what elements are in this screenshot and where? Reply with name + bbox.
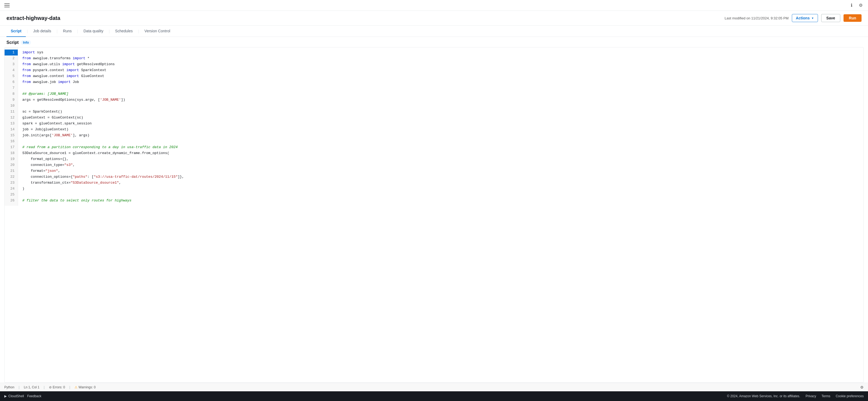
error-icon: ⊘: [49, 385, 52, 389]
code-line: import sys: [22, 50, 859, 55]
header-actions: Last modified on 11/21/2024, 9:32:05 PM …: [724, 14, 862, 22]
tab-divider-5: |: [138, 29, 139, 33]
settings-gear-icon[interactable]: ⚙: [860, 385, 864, 390]
code-area: 1234567891011121314151617181920212223242…: [5, 48, 863, 206]
script-section-header: Script Info: [0, 37, 868, 47]
line-number: 21: [5, 168, 18, 174]
line-number: 5: [5, 73, 18, 79]
cloudshell-button[interactable]: ▶ CloudShell: [4, 394, 24, 398]
privacy-link[interactable]: Privacy: [806, 394, 816, 398]
code-line: from awsglue.context import GlueContext: [22, 73, 859, 79]
page-title: extract-highway-data: [6, 15, 60, 21]
line-number: 17: [5, 144, 18, 150]
code-content[interactable]: import sysfrom awsglue.transforms import…: [18, 48, 863, 206]
footer: ▶ CloudShell Feedback © 2024, Amazon Web…: [0, 391, 868, 401]
chevron-down-icon: ▼: [811, 17, 814, 20]
footer-right: © 2024, Amazon Web Services, Inc. or its…: [727, 394, 864, 398]
tab-job-details[interactable]: Job details: [29, 26, 55, 37]
code-line: S3DataSource_dsource1 = glueContext.crea…: [22, 150, 859, 156]
tab-divider-1: |: [27, 29, 28, 33]
info-icon[interactable]: ℹ: [849, 2, 855, 8]
feedback-link[interactable]: Feedback: [27, 394, 41, 398]
code-line: [22, 138, 859, 144]
code-line: spark = glueContext.spark_session: [22, 121, 859, 126]
code-line: format="json",: [22, 168, 859, 174]
line-number: 16: [5, 138, 18, 144]
code-editor[interactable]: 1234567891011121314151617181920212223242…: [4, 47, 864, 383]
line-number: 8: [5, 91, 18, 97]
actions-button[interactable]: Actions ▼: [792, 14, 818, 22]
line-number: 13: [5, 121, 18, 126]
code-line: args = getResolvedOptions(sys.argv, ['JO…: [22, 97, 859, 103]
cursor-position: Ln 1, Col 1: [24, 385, 39, 389]
save-button[interactable]: Save: [821, 14, 840, 22]
status-bar: Python | Ln 1, Col 1 | ⊘ Errors: 0 | ⚠ W…: [0, 383, 868, 391]
code-line: glueContext = GlueContext(sc): [22, 115, 859, 121]
warning-icon: ⚠: [74, 385, 78, 389]
line-number: 7: [5, 85, 18, 91]
line-numbers: 1234567891011121314151617181920212223242…: [5, 48, 18, 206]
terms-link[interactable]: Terms: [822, 394, 830, 398]
warning-count: ⚠ Warnings: 0: [74, 385, 96, 389]
code-line: sc = SparkContext(): [22, 109, 859, 115]
line-number: 14: [5, 126, 18, 133]
header: extract-highway-data Last modified on 11…: [0, 11, 868, 26]
line-number: 24: [5, 186, 18, 192]
code-line: from awsglue.job import Job: [22, 79, 859, 85]
language-indicator: Python: [4, 385, 14, 389]
actions-label: Actions: [796, 16, 810, 20]
code-line: [22, 85, 859, 91]
last-modified: Last modified on 11/21/2024, 9:32:05 PM: [724, 16, 788, 20]
line-number: 4: [5, 67, 18, 73]
line-number: 15: [5, 133, 18, 138]
script-section: Script Info 1234567891011121314151617181…: [0, 37, 868, 391]
tab-runs[interactable]: Runs: [59, 26, 76, 37]
top-nav-right: ℹ ⚙: [849, 2, 864, 8]
line-number: 11: [5, 109, 18, 115]
code-line: ): [22, 186, 859, 192]
line-number: 2: [5, 55, 18, 61]
tab-bar: Script | Job details | Runs | Data quali…: [0, 26, 868, 37]
line-number: 22: [5, 174, 18, 180]
cloudshell-label: CloudShell: [8, 394, 24, 398]
line-number: 12: [5, 115, 18, 121]
info-badge[interactable]: Info: [21, 40, 31, 45]
code-line: # filter the data to select only routes …: [22, 198, 859, 204]
code-line: [22, 103, 859, 109]
top-nav: ℹ ⚙: [0, 0, 868, 11]
tab-divider-4: |: [109, 29, 110, 33]
code-line: job = Job(glueContext): [22, 126, 859, 133]
code-line: format_options={},: [22, 156, 859, 162]
menu-icon[interactable]: [4, 3, 10, 8]
line-number: 23: [5, 180, 18, 186]
tab-schedules[interactable]: Schedules: [111, 26, 137, 37]
run-button[interactable]: Run: [843, 14, 862, 22]
line-number: 9: [5, 97, 18, 103]
settings-icon[interactable]: ⚙: [858, 2, 864, 8]
line-number: 1: [5, 50, 18, 55]
line-number: 6: [5, 79, 18, 85]
tab-data-quality[interactable]: Data quality: [79, 26, 107, 37]
line-number: 18: [5, 150, 18, 156]
tab-script[interactable]: Script: [6, 26, 26, 37]
tab-version-control[interactable]: Version Control: [140, 26, 175, 37]
copyright: © 2024, Amazon Web Services, Inc. or its…: [727, 394, 800, 398]
code-line: ## @params: [JOB_NAME]: [22, 91, 859, 97]
code-line: transformation_ctx="S3DataSource_dsource…: [22, 180, 859, 186]
line-number: 25: [5, 192, 18, 198]
cookie-prefs-link[interactable]: Cookie preferences: [836, 394, 864, 398]
cloudshell-icon: ▶: [4, 394, 7, 398]
line-number: 19: [5, 156, 18, 162]
status-bar-right: ⚙: [860, 385, 864, 390]
code-line: from pyspark.context import SparkContext: [22, 67, 859, 73]
code-line: job.init(args['JOB_NAME'], args): [22, 133, 859, 138]
line-number: 20: [5, 162, 18, 168]
code-line: from awsglue.transforms import *: [22, 55, 859, 61]
code-line: connection_type="s3",: [22, 162, 859, 168]
error-count: ⊘ Errors: 0: [49, 385, 65, 389]
tab-divider-3: |: [77, 29, 78, 33]
code-line: connection_options={"paths": ["s3://usa-…: [22, 174, 859, 180]
line-number: 3: [5, 61, 18, 67]
tab-divider-2: |: [57, 29, 58, 33]
script-section-title: Script: [6, 40, 19, 45]
